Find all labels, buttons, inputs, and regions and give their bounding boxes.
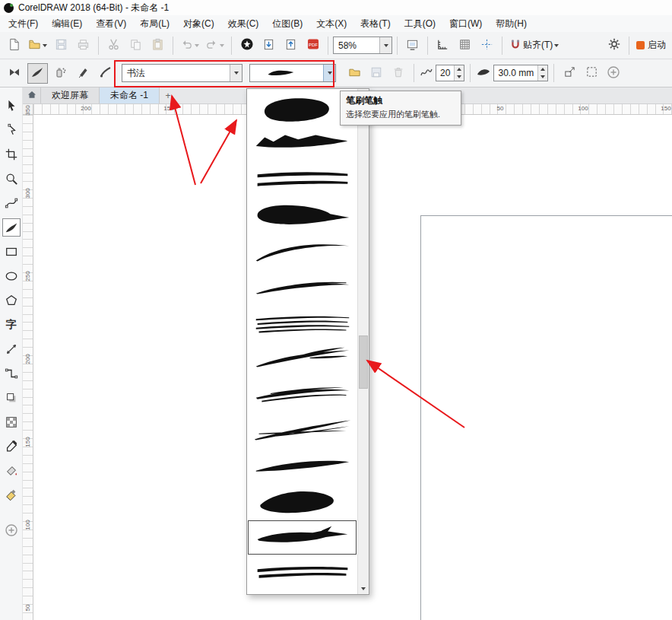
copy-button[interactable] — [125, 35, 146, 56]
menu-window[interactable]: 窗口(W) — [442, 15, 489, 33]
expression-mode-button[interactable] — [96, 63, 116, 84]
eyedropper-tool[interactable] — [2, 437, 21, 456]
menu-help[interactable]: 帮助(H) — [489, 15, 534, 33]
artistic-media-tool[interactable] — [2, 218, 21, 237]
brush-stroke-rough-line[interactable] — [247, 555, 357, 591]
open-document-button[interactable] — [26, 35, 49, 56]
vertical-ruler[interactable]: 35030025020015010050 — [23, 115, 33, 620]
cut-button[interactable] — [103, 35, 124, 56]
new-document-button[interactable] — [4, 35, 24, 56]
brush-stroke-layered-lines[interactable] — [247, 305, 357, 341]
redo-button[interactable] — [203, 35, 227, 56]
stroke-width-spinner[interactable]: 30.0 mm — [493, 65, 548, 81]
save-stroke-button[interactable] — [366, 63, 386, 83]
menu-table[interactable]: 表格(T) — [353, 15, 397, 33]
delete-stroke-button[interactable] — [388, 63, 408, 83]
brush-category-dropdown-button[interactable] — [230, 65, 242, 81]
brush-stroke-wispy[interactable] — [247, 341, 357, 377]
undo-button[interactable] — [178, 35, 201, 56]
drop-shadow-tool[interactable] — [2, 389, 21, 407]
preset-mode-icon — [8, 65, 21, 81]
stepper-up-button[interactable] — [455, 65, 464, 73]
brush-stroke-thin-arc[interactable] — [247, 234, 357, 269]
show-guidelines-button[interactable] — [477, 35, 497, 56]
show-grid-button[interactable] — [455, 35, 475, 56]
pick-tool[interactable] — [2, 97, 21, 115]
scrollbar-thumb[interactable] — [359, 335, 368, 389]
brush-stroke-dropdown-button[interactable] — [323, 65, 335, 81]
print-button[interactable] — [73, 35, 94, 56]
ellipse-tool[interactable] — [2, 267, 21, 285]
paste-button[interactable] — [147, 35, 168, 56]
welcome-home-button[interactable] — [23, 87, 41, 103]
stepper-down-button[interactable] — [538, 73, 547, 81]
stepper-down-button[interactable] — [455, 73, 464, 81]
dropdown-scrollbar[interactable] — [357, 89, 369, 594]
brush-stroke-crossing-wisps[interactable] — [247, 412, 357, 448]
tab-label: 未命名 -1 — [110, 89, 148, 102]
brush-stroke-double-line[interactable] — [247, 162, 357, 198]
brush-category-select[interactable]: 书法 — [122, 64, 243, 82]
stepper-up-button[interactable] — [538, 65, 547, 73]
brush-stroke-flag[interactable] — [247, 126, 357, 162]
snap-to-menu-button[interactable]: 贴齐(T) — [507, 35, 561, 56]
interactive-fill-tool[interactable] — [2, 462, 21, 480]
launch-button[interactable]: 启动 — [634, 35, 668, 56]
connector-tool[interactable] — [2, 364, 21, 383]
full-screen-preview-button[interactable] — [402, 35, 423, 56]
stroke-width-stepper[interactable] — [537, 65, 547, 81]
menu-bitmaps[interactable]: 位图(B) — [265, 15, 309, 33]
text-tool[interactable]: 字 — [2, 316, 21, 334]
brush-stroke-fish[interactable] — [247, 520, 357, 555]
menu-tools[interactable]: 工具(O) — [398, 15, 442, 33]
customize-toolbox-button[interactable] — [2, 521, 21, 539]
zoom-level-select[interactable]: 58% — [333, 37, 392, 54]
brush-stroke-tadpole[interactable] — [247, 198, 357, 234]
shape-tool[interactable] — [2, 121, 21, 139]
smoothing-spinner[interactable]: 20 — [436, 65, 464, 81]
zoom-tool[interactable] — [2, 170, 21, 188]
new-document-tab-button[interactable]: + — [160, 87, 176, 103]
rectangle-tool[interactable] — [2, 243, 21, 261]
brush-stroke-leaf[interactable] — [247, 484, 357, 520]
smoothing-stepper[interactable] — [454, 65, 464, 81]
brush-stroke-smooth-swash[interactable] — [247, 448, 357, 484]
scale-stroke-with-object-button[interactable] — [559, 63, 579, 83]
brush-mode-button[interactable] — [27, 63, 48, 84]
options-button[interactable] — [604, 35, 624, 56]
menu-edit[interactable]: 编辑(E) — [45, 15, 89, 33]
menu-object[interactable]: 对象(C) — [176, 15, 221, 33]
brush-stroke-select[interactable] — [249, 64, 336, 82]
freehand-tool[interactable] — [2, 194, 21, 212]
preset-mode-button[interactable] — [5, 63, 25, 84]
menu-layout[interactable]: 布局(L) — [133, 15, 176, 33]
crop-tool[interactable] — [2, 145, 21, 164]
quick-customize-button[interactable] — [604, 63, 623, 83]
menu-file[interactable]: 文件(F) — [2, 15, 45, 33]
save-button[interactable] — [51, 35, 71, 56]
menu-view[interactable]: 查看(V) — [89, 15, 133, 33]
tab-welcome-screen[interactable]: 欢迎屏幕 — [41, 87, 100, 103]
coreldraw-window: CorelDRAW 2018 (64-Bit) - 未命名 -1 文件(F) 编… — [0, 0, 672, 620]
polygon-tool[interactable] — [2, 291, 21, 310]
menu-effects[interactable]: 效果(C) — [221, 15, 266, 33]
tab-untitled-1[interactable]: 未命名 -1 — [100, 87, 160, 103]
brush-stroke-scratchy-2[interactable] — [247, 377, 357, 412]
dimension-tool[interactable] — [2, 340, 21, 358]
menu-text[interactable]: 文本(X) — [309, 15, 353, 33]
sprayer-mode-button[interactable] — [50, 63, 71, 84]
show-rulers-button[interactable] — [433, 35, 453, 56]
scroll-down-button[interactable] — [358, 583, 369, 594]
smart-fill-tool[interactable] — [2, 486, 21, 504]
import-button[interactable] — [258, 35, 279, 56]
publish-pdf-button[interactable]: PDF — [303, 35, 323, 56]
calligraphic-mode-button[interactable] — [73, 63, 94, 84]
search-content-button[interactable] — [236, 35, 257, 56]
browse-button[interactable] — [344, 63, 364, 83]
export-button[interactable] — [281, 35, 301, 56]
brush-stroke-scratchy[interactable] — [247, 269, 357, 305]
zoom-dropdown-button[interactable] — [379, 37, 391, 53]
transparency-tool[interactable] — [2, 413, 21, 431]
border-toggle-button[interactable] — [582, 63, 601, 83]
page-outline — [420, 215, 672, 620]
